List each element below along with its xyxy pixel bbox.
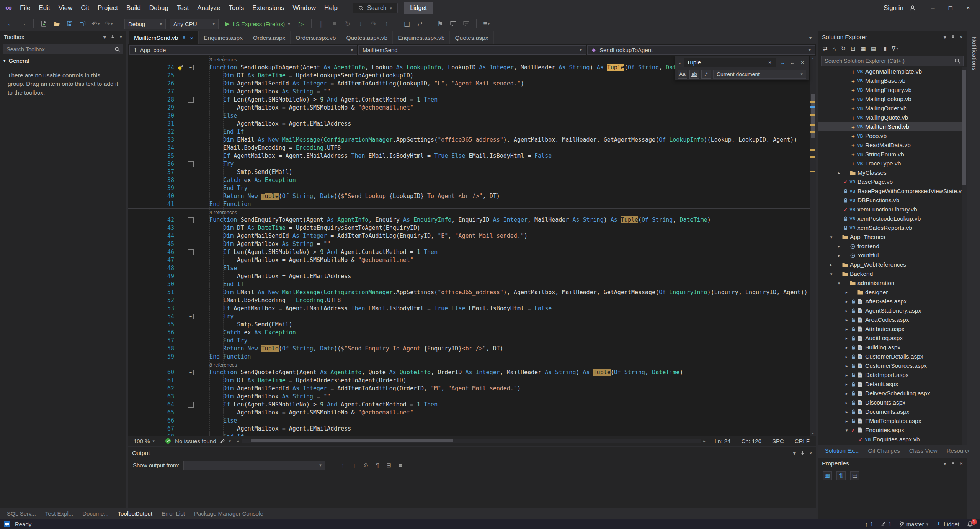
dock-tab-test-expl[interactable]: Test Expl... bbox=[41, 508, 77, 519]
menu-help[interactable]: Help bbox=[320, 2, 342, 15]
undo-icon[interactable]: ↶▾ bbox=[90, 18, 101, 29]
chevron-right-icon[interactable]: ▸ bbox=[836, 244, 842, 249]
sign-in-link[interactable]: Sign in bbox=[884, 4, 903, 12]
dock-tab-sql-serv[interactable]: SQL Serv... bbox=[3, 508, 40, 519]
tree-item-tracetype-vb[interactable]: +VBTraceType.vb bbox=[818, 159, 967, 168]
tree-item-stringenum-vb[interactable]: +VBStringEnum.vb bbox=[818, 150, 967, 159]
code-line[interactable]: 44 Dim AgentMailSendId As Integer = AddI… bbox=[128, 232, 816, 240]
breakpoint-margin[interactable] bbox=[128, 401, 156, 409]
uncomment-icon[interactable] bbox=[461, 18, 472, 29]
breakpoint-margin[interactable] bbox=[128, 313, 156, 321]
find-next-icon[interactable]: → bbox=[779, 59, 786, 66]
fold-toggle[interactable]: − bbox=[186, 368, 196, 377]
breakpoint-margin[interactable] bbox=[128, 264, 156, 272]
tree-item-agentstationery-aspx[interactable]: ▸AgentStationery.aspx bbox=[818, 306, 967, 315]
chevron-right-icon[interactable]: ▸ bbox=[843, 290, 850, 295]
close-icon[interactable]: × bbox=[960, 460, 963, 467]
code-line[interactable]: 56 Catch ex As Exception bbox=[128, 329, 816, 337]
whitespace-icon[interactable]: ≡▾ bbox=[481, 18, 492, 29]
feedback-icon[interactable] bbox=[4, 521, 10, 527]
code-line[interactable]: 64− If Len(Agent.SMSMobileNo) > 9 And Ag… bbox=[128, 401, 816, 409]
code-line[interactable]: 53 If AgentMailbox = Agent.EMailAddress … bbox=[128, 305, 816, 313]
show-all-files-icon[interactable]: ▦ bbox=[861, 45, 866, 52]
editor-tab-quotes-aspx-vb[interactable]: Quotes.aspx.vb bbox=[341, 31, 393, 44]
tree-item-agenmailtemplate-vb[interactable]: +VBAgenMailTemplate.vb bbox=[818, 67, 967, 76]
breakpoint-margin[interactable] bbox=[128, 280, 156, 288]
fold-toggle[interactable]: − bbox=[186, 64, 196, 72]
tree-item-mailitemsend-vb[interactable]: +VBMailItemSend.vb bbox=[818, 122, 967, 131]
breakpoint-margin[interactable] bbox=[128, 337, 156, 345]
start-without-debugging-icon[interactable]: ▷ bbox=[296, 18, 307, 29]
code-line[interactable]: 32 End If bbox=[128, 128, 816, 136]
breakpoint-margin[interactable] bbox=[128, 192, 156, 200]
menu-test[interactable]: Test bbox=[173, 2, 193, 15]
breakpoint-margin[interactable] bbox=[128, 168, 156, 176]
tree-item-xempostcodelookup-vb[interactable]: VBxemPostcodeLookup.vb bbox=[818, 214, 967, 223]
code-line[interactable]: 62 Dim AgentMailSendId As Integer = AddI… bbox=[128, 385, 816, 393]
editor-tab-enquiries-aspx-vb[interactable]: Enquiries.aspx.vb bbox=[393, 31, 450, 44]
close-icon[interactable]: × bbox=[960, 34, 963, 40]
code-line[interactable]: 31 AgentMailbox = Agent.EMailAddress bbox=[128, 120, 816, 128]
breakpoint-margin[interactable] bbox=[128, 272, 156, 280]
code-line[interactable]: 43 Dim DT As DateTime = UpdateEnquirysSe… bbox=[128, 224, 816, 232]
code-line[interactable]: 60− Function SendQuoteToAgent(Agent As A… bbox=[128, 368, 816, 377]
tree-item-mailingenquiry-vb[interactable]: +VBMailingEnquiry.vb bbox=[818, 85, 967, 95]
tree-item-administration[interactable]: ▾administration bbox=[818, 278, 967, 288]
breakpoint-margin[interactable] bbox=[128, 288, 156, 296]
column-indicator[interactable]: Ch: 120 bbox=[738, 438, 765, 444]
clear-all-icon[interactable]: ⊘ bbox=[361, 462, 371, 469]
window-menu-icon[interactable]: ▾ bbox=[944, 460, 946, 467]
zoom-select[interactable]: 100 % ▾ bbox=[131, 438, 157, 444]
tree-item-enquiries-aspx-vb[interactable]: ✓VBEnquiries.aspx.vb bbox=[818, 435, 967, 444]
tree-item-mailingquote-vb[interactable]: +VBMailingQuote.vb bbox=[818, 113, 967, 122]
breakpoint-margin[interactable] bbox=[128, 96, 156, 104]
menu-analyze[interactable]: Analyze bbox=[193, 2, 224, 15]
menu-extensions[interactable]: Extensions bbox=[248, 2, 288, 15]
code-line[interactable]: 57 End Try bbox=[128, 337, 816, 345]
maximize-button[interactable]: □ bbox=[942, 0, 959, 16]
code-line[interactable]: 28− If Len(Agent.SMSMobileNo) > 9 And Ag… bbox=[128, 96, 816, 104]
codelens-references[interactable]: 3 references bbox=[209, 57, 237, 62]
breakpoint-margin[interactable] bbox=[128, 72, 156, 80]
tree-item-documents-aspx[interactable]: ▸Documents.aspx bbox=[818, 407, 967, 416]
chevron-right-icon[interactable]: ▸ bbox=[828, 262, 835, 267]
breakpoint-margin[interactable] bbox=[128, 184, 156, 192]
breakpoint-margin[interactable] bbox=[128, 112, 156, 120]
fold-toggle[interactable]: − bbox=[186, 401, 196, 409]
expand-replace-icon[interactable]: ⌄ bbox=[678, 59, 682, 65]
tree-item-enquiry-aspx[interactable]: ▸✓Enquiry.aspx bbox=[818, 444, 967, 445]
editor-tab-orders-aspx[interactable]: Orders.aspx bbox=[248, 31, 291, 44]
alphabetical-icon[interactable]: ⇅ bbox=[836, 471, 846, 480]
line-indicator[interactable]: Ln: 24 bbox=[711, 438, 734, 444]
account-icon[interactable] bbox=[910, 5, 916, 11]
tree-item-default-aspx[interactable]: ▸Default.aspx bbox=[818, 380, 967, 389]
code-line[interactable]: 41 End Function bbox=[128, 200, 816, 208]
tree-item-emailtemplates-aspx[interactable]: ▸EMailTemplates.aspx bbox=[818, 416, 967, 426]
breakpoint-margin[interactable] bbox=[128, 425, 156, 433]
editor-tab-enquiries-aspx[interactable]: Enquiries.aspx bbox=[199, 31, 248, 44]
breakpoint-margin[interactable] bbox=[128, 88, 156, 96]
code-line[interactable]: 58 Return New Tuple(Of String, Date)($"S… bbox=[128, 345, 816, 353]
code-line[interactable]: 65 AgentMailbox = Agent.SMSMobileNo & "@… bbox=[128, 409, 816, 417]
next-message-icon[interactable]: ↓ bbox=[350, 462, 359, 469]
menu-edit[interactable]: Edit bbox=[35, 2, 54, 15]
breakpoint-margin[interactable] bbox=[128, 216, 156, 224]
code-line[interactable]: 49 AgentMailbox = Agent.EMailAddress bbox=[128, 272, 816, 280]
menu-project[interactable]: Project bbox=[93, 2, 122, 15]
code-line[interactable]: 45 Dim AgentMailbox As String = "" bbox=[128, 240, 816, 248]
window-menu-icon[interactable]: ▾ bbox=[793, 450, 796, 456]
home-icon[interactable]: ⌂ bbox=[833, 46, 836, 52]
filter-icon[interactable]: ∇▾ bbox=[892, 45, 898, 52]
dock-tab-class-view[interactable]: Class View bbox=[905, 445, 941, 456]
breakpoint-margin[interactable] bbox=[128, 248, 156, 256]
code-line[interactable]: 30 Else bbox=[128, 112, 816, 120]
search-icon[interactable] bbox=[114, 47, 120, 52]
tree-item-customersources-aspx[interactable]: ▸CustomerSources.aspx bbox=[818, 361, 967, 370]
step-over-icon[interactable]: ↷ bbox=[368, 18, 379, 29]
tree-item-basepagewithcompressedviewstate-vb[interactable]: VBBasePageWithCompressedViewState.vb bbox=[818, 187, 967, 196]
tree-item-backend[interactable]: ▾Backend bbox=[818, 269, 967, 278]
code-line[interactable]: 33 Dim EMail As New MailMessage(Configur… bbox=[128, 136, 816, 144]
code-map-icon[interactable]: ▤ bbox=[401, 18, 413, 29]
close-button[interactable]: × bbox=[959, 0, 977, 16]
chevron-right-icon[interactable]: ▸ bbox=[843, 400, 850, 405]
